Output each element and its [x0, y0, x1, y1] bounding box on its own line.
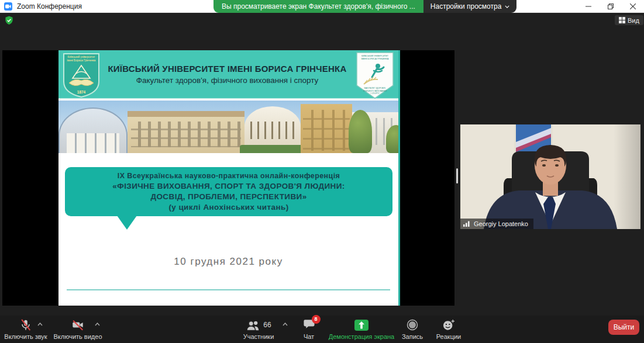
- campus-building-photo: [301, 104, 352, 153]
- conference-date: 10 грудня 2021 року: [58, 256, 398, 268]
- svg-text:І СПОРТУ: І СПОРТУ: [370, 92, 380, 95]
- participants-count: 66: [263, 321, 271, 329]
- meeting-toolbar: Включить звук Включить видео: [0, 316, 644, 343]
- speaker-video-tile[interactable]: Georgiy Lopatenko: [460, 124, 640, 229]
- svg-text:ФІЗИЧНОГО ВИХОВАННЯ: ФІЗИЧНОГО ВИХОВАННЯ: [363, 90, 387, 92]
- participants-icon: [246, 320, 261, 331]
- zoom-window: Zoom Конференция Вы просматриваете экран…: [0, 0, 644, 343]
- speaker-video-frame: [460, 124, 640, 229]
- faculty-name: Факультет здоров'я, фізичного виховання …: [136, 76, 319, 85]
- share-screen-button[interactable]: Демонстрация экрана: [326, 318, 397, 340]
- grid-icon: [619, 17, 625, 23]
- conference-title-line: IX Всеукраїнська науково-практична онлай…: [118, 172, 340, 180]
- conference-title-line: «ФІЗИЧНЕ ВИХОВАННЯ, СПОРТ ТА ЗДОРОВ'Я ЛЮ…: [112, 182, 345, 190]
- record-icon: [407, 319, 418, 331]
- campus-photo-collage: [58, 101, 398, 153]
- svg-text:ІМЕНІ БОРИСА ГРІНЧЕНКА: ІМЕНІ БОРИСА ГРІНЧЕНКА: [361, 58, 389, 60]
- window-titlebar: Zoom Конференция Вы просматриваете экран…: [0, 0, 644, 13]
- close-button[interactable]: [622, 0, 644, 13]
- zoom-app-icon: [4, 2, 12, 11]
- view-settings-label: Настройки просмотра: [431, 2, 502, 11]
- slide-header-text: КИЇВСЬКИЙ УНІВЕРСИТЕТ ІМЕНІ БОРИСА ГРІНЧ…: [104, 50, 350, 98]
- screen-share-banner: Вы просматриваете экран Факультет здоров…: [213, 0, 516, 13]
- conference-title-bubble: IX Всеукраїнська науково-практична онлай…: [65, 167, 392, 216]
- restore-button[interactable]: [600, 0, 622, 13]
- campus-building-photo: [128, 111, 244, 153]
- presentation-slide: Київський університет імені Бориса Грінч…: [58, 50, 400, 306]
- left-logo-year: 1874: [77, 90, 86, 94]
- participant-name: Georgiy Lopatenko: [474, 220, 528, 227]
- university-crest-logo: Київський університет імені Бориса Грінч…: [62, 53, 101, 98]
- share-banner-text: Вы просматриваете экран Факультет здоров…: [213, 0, 423, 13]
- right-logo-caption-top: КИЇВСЬКИЙ УНІВЕРСИТЕТ: [361, 55, 389, 57]
- chat-label: Чат: [304, 333, 314, 340]
- participants-label: Участники: [243, 333, 274, 340]
- share-screen-icon: [354, 320, 369, 331]
- window-controls: [577, 0, 644, 13]
- audio-options-chevron[interactable]: [37, 323, 43, 326]
- campus-building-photo: [58, 108, 128, 153]
- view-settings-button[interactable]: Настройки просмотра: [423, 0, 517, 13]
- start-video-label: Включить видео: [53, 333, 102, 340]
- camera-off-icon: [71, 318, 85, 331]
- conference-title-line: ДОСВІД, ПРОБЛЕМИ, ПЕРСПЕКТИВИ»: [150, 192, 306, 201]
- chevron-down-icon: [505, 5, 509, 8]
- participants-options-chevron[interactable]: [283, 323, 288, 326]
- reactions-smiley-icon: [442, 319, 455, 331]
- chat-button[interactable]: 8 Чат: [294, 318, 323, 340]
- shared-screen-area: Київський університет імені Бориса Грінч…: [2, 50, 454, 306]
- window-title: Zoom Конференция: [17, 2, 82, 11]
- slide-header-band: Київський університет імені Бориса Грінч…: [58, 50, 398, 99]
- campus-building-photo: [244, 106, 301, 153]
- slide-divider-line: [67, 289, 390, 290]
- record-label: Запись: [402, 333, 423, 340]
- reactions-button[interactable]: Реакции: [433, 318, 464, 340]
- chat-unread-badge: 8: [312, 315, 321, 324]
- share-screen-label: Демонстрация экрана: [329, 333, 394, 340]
- faculty-shield-logo: КИЇВСЬКИЙ УНІВЕРСИТЕТ ІМЕНІ БОРИСА ГРІНЧ…: [354, 51, 395, 99]
- minimize-button[interactable]: [577, 0, 600, 13]
- record-button[interactable]: Запись: [398, 318, 427, 340]
- panel-resize-handle[interactable]: [456, 168, 458, 183]
- signal-bars-icon: [463, 221, 471, 227]
- right-logo-caption-bottom: ФАКУЛЬТЕТ ЗДОРОВ'Я,: [364, 87, 385, 89]
- view-button[interactable]: Вид: [615, 15, 643, 25]
- leave-meeting-button[interactable]: Выйти: [608, 320, 639, 335]
- security-shield-icon[interactable]: [5, 16, 13, 25]
- tree-photo: [349, 110, 372, 153]
- microphone-muted-icon: [19, 318, 32, 331]
- reactions-label: Реакции: [436, 333, 462, 340]
- video-options-chevron[interactable]: [95, 323, 100, 326]
- left-logo-caption: Київський університет: [68, 55, 96, 58]
- unmute-button[interactable]: Включить звук: [1, 318, 50, 340]
- bubble-tail: [117, 216, 137, 230]
- participants-button[interactable]: 66 Участники: [239, 318, 278, 340]
- conference-title-line: (у циклі Анохінських читань): [168, 203, 288, 212]
- svg-text:імені Бориса Грінченка: імені Бориса Грінченка: [67, 59, 96, 62]
- start-video-button[interactable]: Включить видео: [51, 318, 104, 340]
- view-button-label: Вид: [628, 17, 639, 24]
- university-name: КИЇВСЬКИЙ УНІВЕРСИТЕТ ІМЕНІ БОРИСА ГРІНЧ…: [108, 64, 347, 74]
- unmute-label: Включить звук: [4, 333, 47, 340]
- participant-name-label: Georgiy Lopatenko: [460, 219, 533, 229]
